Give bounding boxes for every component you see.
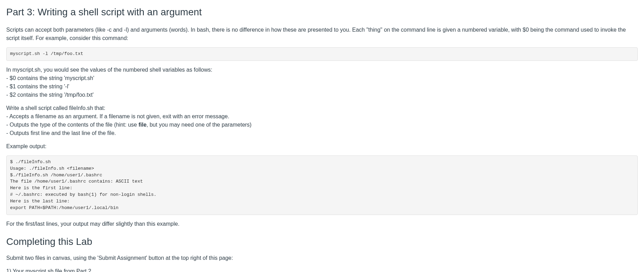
heading-part3: Part 3: Writing a shell script with an a… bbox=[6, 5, 638, 19]
vars-line-0: - $0 contains the string 'myscript.sh' bbox=[6, 74, 638, 82]
variables-block: In myscript.sh, you would see the values… bbox=[6, 66, 638, 99]
vars-line-2: - $2 contains the string '/tmp/foo.txt' bbox=[6, 91, 638, 99]
example-label: Example output: bbox=[6, 142, 638, 151]
code-block-example: $ ./fileInfo.sh Usage: ./fileInfo.sh <fi… bbox=[6, 155, 638, 215]
instructions-block: Write a shell script called fileInfo.sh … bbox=[6, 104, 638, 137]
vars-intro: In myscript.sh, you would see the values… bbox=[6, 66, 638, 74]
instructions-item-2: - Outputs the type of the contents of th… bbox=[6, 121, 638, 129]
item2-prefix: - Outputs the type of the contents of th… bbox=[6, 122, 139, 128]
instructions-item-3: - Outputs first line and the last line o… bbox=[6, 129, 638, 137]
submit-intro: Submit two files in canvas, using the 'S… bbox=[6, 254, 638, 262]
code-block-command: myscript.sh -l /tmp/foo.txt bbox=[6, 47, 638, 61]
note-differ: For the first/last lines, your output ma… bbox=[6, 220, 638, 228]
instructions-item-1: - Accepts a filename as an argument. If … bbox=[6, 112, 638, 121]
item2-bold: file bbox=[139, 122, 147, 128]
intro-paragraph: Scripts can accept both parameters (like… bbox=[6, 26, 638, 42]
heading-completing: Completing this Lab bbox=[6, 234, 638, 249]
item2-suffix: , but you may need one of the parameters… bbox=[147, 122, 251, 128]
instructions-intro: Write a shell script called fileInfo.sh … bbox=[6, 104, 638, 112]
submit-item-1: 1) Your myscript.sh file from Part 2. bbox=[6, 267, 638, 272]
vars-line-1: - $1 contains the string '-l' bbox=[6, 82, 638, 91]
